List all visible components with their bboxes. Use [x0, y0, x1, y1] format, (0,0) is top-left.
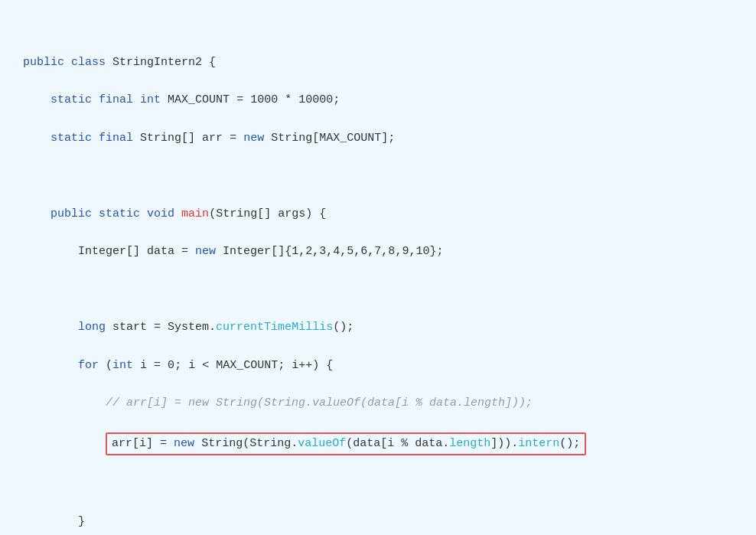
line-3: static final String[] arr = new String[M…: [23, 129, 733, 148]
line-6: Integer[] data = new Integer[]{1,2,3,4,5…: [23, 243, 733, 262]
line-13: }: [23, 513, 733, 532]
line-7: [23, 281, 733, 300]
line-2: static final int MAX_COUNT = 1000 * 1000…: [23, 91, 733, 110]
line-11: arr[i] = new String(String.valueOf(data[…: [23, 432, 733, 456]
line-5: public static void main(String[] args) {: [23, 205, 733, 224]
code-editor: public class StringIntern2 { static fina…: [23, 15, 733, 535]
line-10: // arr[i] = new String(String.valueOf(da…: [23, 394, 733, 413]
line-12: [23, 475, 733, 494]
line-4: [23, 167, 733, 186]
line-8: long start = System.currentTimeMillis();: [23, 318, 733, 338]
line-1: public class StringIntern2 {: [23, 54, 733, 73]
line-9: for (int i = 0; i < MAX_COUNT; i++) {: [23, 357, 733, 376]
highlighted-code-line: arr[i] = new String(String.valueOf(data[…: [106, 432, 586, 456]
